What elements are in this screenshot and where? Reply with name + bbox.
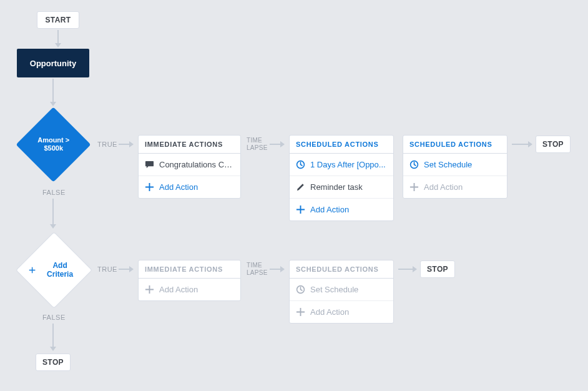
- add-action-2-label: Add Action: [159, 285, 198, 294]
- stop-label-2: STOP: [427, 265, 448, 274]
- schedule-2-time[interactable]: Set Schedule: [290, 279, 393, 301]
- stop-label-final: STOP: [42, 358, 64, 367]
- scheduled-header-1a: SCHEDULED ACTIONS: [290, 136, 393, 154]
- action-congratulations[interactable]: Congratulations Ch...: [139, 154, 240, 176]
- stop-label-1: STOP: [542, 140, 564, 149]
- immediate-actions-card-1: IMMEDIATE ACTIONS Congratulations Ch... …: [138, 135, 241, 199]
- plus-icon: [145, 285, 154, 294]
- plus-icon: [145, 182, 154, 192]
- time-lapse-label-1: TIME LAPSE: [247, 137, 268, 151]
- scheduled-header-1b: SCHEDULED ACTIONS: [403, 136, 507, 154]
- action-label: Congratulations Ch...: [159, 160, 234, 169]
- schedule-2-time-label: Set Schedule: [310, 285, 358, 294]
- add-action-2b[interactable]: Add Action: [290, 301, 393, 323]
- schedule-1a-time[interactable]: 1 Days After [Oppo...: [290, 154, 393, 176]
- add-action-1a-label: Add Action: [310, 205, 349, 214]
- add-criteria-inner: Add Criteria: [27, 261, 81, 279]
- scheduled-header-2: SCHEDULED ACTIONS: [290, 260, 393, 279]
- plus-icon: [409, 182, 419, 192]
- immediate-header-2: IMMEDIATE ACTIONS: [139, 260, 240, 279]
- plus-icon: [296, 307, 305, 317]
- schedule-1b-time[interactable]: Set Schedule: [403, 154, 507, 176]
- schedule-1a-time-label: 1 Days After [Oppo...: [310, 160, 386, 169]
- immediate-header-1: IMMEDIATE ACTIONS: [139, 136, 240, 154]
- start-node[interactable]: START: [37, 11, 79, 29]
- plus-icon: [296, 205, 305, 214]
- pencil-icon: [296, 182, 305, 192]
- add-action-1[interactable]: Add Action: [139, 176, 240, 198]
- scheduled-actions-card-2: SCHEDULED ACTIONS Set Schedule Add Actio…: [289, 260, 394, 324]
- clock-icon: [409, 160, 419, 169]
- add-action-2b-label: Add Action: [310, 307, 349, 317]
- add-action-1a[interactable]: Add Action: [290, 199, 393, 220]
- stop-node-final[interactable]: STOP: [36, 354, 71, 371]
- start-label: START: [45, 16, 71, 24]
- immediate-actions-card-2: IMMEDIATE ACTIONS Add Action: [138, 260, 241, 301]
- process-builder-canvas: START Opportunity Amount > $500k FALSE T…: [0, 0, 588, 391]
- schedule-1b-time-label: Set Schedule: [424, 160, 472, 169]
- time-lapse-label-2: TIME LAPSE: [247, 262, 268, 276]
- trigger-label: Opportunity: [30, 59, 76, 68]
- criteria-node-add[interactable]: Add Criteria: [16, 232, 92, 309]
- add-action-2[interactable]: Add Action: [139, 279, 240, 300]
- false-label-2: FALSE: [42, 314, 66, 321]
- stop-node-1[interactable]: STOP: [536, 136, 571, 153]
- add-action-label: Add Action: [159, 182, 198, 192]
- reminder-task[interactable]: Reminder task: [290, 176, 393, 199]
- scheduled-actions-card-1b: SCHEDULED ACTIONS Set Schedule Add Actio…: [403, 135, 507, 199]
- reminder-task-label: Reminder task: [310, 182, 363, 192]
- true-label-1: TRUE: [97, 141, 117, 148]
- clock-icon: [296, 160, 305, 169]
- trigger-node[interactable]: Opportunity: [17, 49, 89, 77]
- false-label-1: FALSE: [42, 189, 66, 196]
- add-action-1b[interactable]: Add Action: [403, 176, 507, 198]
- criteria-node-amount[interactable]: Amount > $500k: [16, 107, 91, 182]
- criteria-label: Amount > $500k: [27, 136, 80, 152]
- add-action-1b-label: Add Action: [424, 182, 463, 192]
- stop-node-2[interactable]: STOP: [420, 260, 455, 278]
- add-criteria-label: Add Criteria: [39, 261, 81, 279]
- plus-icon: [27, 267, 37, 274]
- clock-icon: [296, 285, 305, 294]
- scheduled-actions-card-1a: SCHEDULED ACTIONS 1 Days After [Oppo... …: [289, 135, 394, 221]
- true-label-2: TRUE: [97, 265, 117, 273]
- chat-icon: [145, 160, 154, 169]
